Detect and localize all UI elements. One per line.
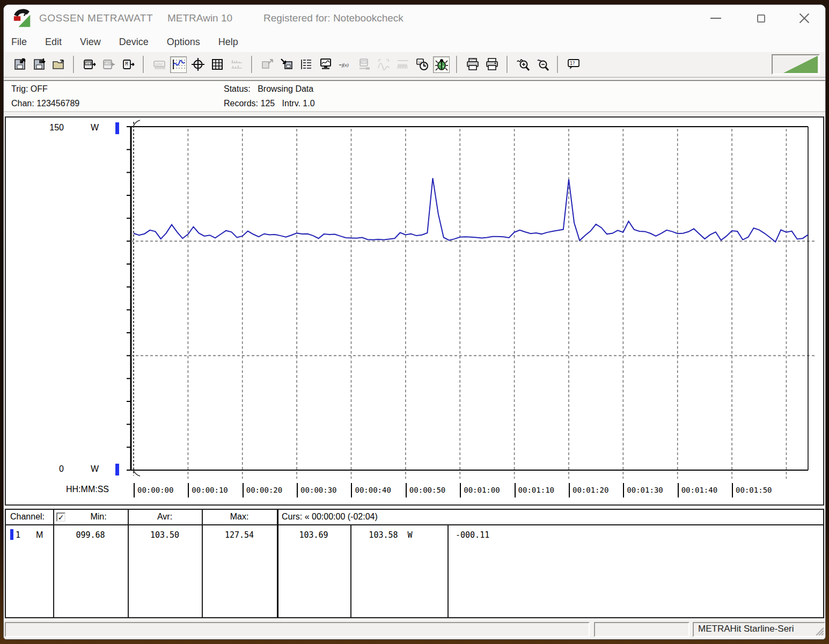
x-tick-label: 00:00:50 [406, 483, 445, 497]
device-config-icon: 321 [356, 56, 372, 73]
cell-avr: 103.50 [128, 530, 202, 540]
import-icon[interactable] [278, 56, 295, 73]
status-value: Browsing Data [258, 84, 313, 93]
minimize-button[interactable] [708, 11, 723, 26]
trig-value: OFF [31, 84, 48, 93]
menu-item-device[interactable]: Device [119, 36, 149, 48]
x-tick-label: 00:01:30 [623, 483, 663, 497]
records-text: Records: 125 Intrv. 1.0 [224, 99, 315, 108]
single-curve-icon [375, 56, 392, 73]
svg-text:321: 321 [86, 62, 91, 65]
formula-icon[interactable]: =f(x) [336, 56, 353, 73]
svg-text:32K: 32K [105, 62, 111, 65]
cell-max: 127.54 [202, 530, 277, 540]
chan-label: Chan: 123456789 [11, 99, 79, 108]
close-button[interactable] [798, 12, 810, 24]
menu-item-help[interactable]: Help [218, 36, 238, 48]
channel-color-bar [10, 529, 13, 540]
hint-icon[interactable]: 1? [565, 56, 582, 73]
monitor-icon[interactable] [317, 56, 334, 73]
x-tick-label: 00:01:00 [460, 483, 500, 497]
status-bar: METRAHit Starline-Seri [4, 620, 825, 639]
app-window: GOSSEN METRAWATT METRAwin 10 Registered … [3, 4, 826, 640]
debug-icon[interactable] [433, 56, 450, 73]
gossen-metrawatt-logo-icon [12, 9, 33, 29]
green-triangle-indicator-icon [783, 56, 818, 73]
header-channel: Channel: [10, 512, 45, 522]
table-view-icon[interactable] [209, 56, 225, 73]
save-as-icon[interactable] [11, 56, 28, 73]
menu-bar: FileEditViewDeviceOptionsHelp [4, 32, 825, 52]
zoom-in-icon[interactable] [515, 56, 531, 73]
table-header: Channel: ✓ Min: Avr: Max: Curs: « 00:00:… [6, 510, 823, 525]
multi-curve-icon [394, 56, 411, 73]
cell-channel-number: 1 [16, 530, 20, 540]
toolbar-separator [557, 56, 559, 73]
value-list-icon[interactable] [298, 56, 314, 73]
header-min: Min: [69, 512, 128, 522]
level-indicator-panel [772, 54, 820, 75]
header-cursor: Curs: « 00:00:00 (-02:04) [282, 512, 378, 522]
svg-text:321: 321 [361, 61, 366, 63]
numeric-display-icon: 1257 [151, 56, 167, 73]
header-max: Max: [202, 512, 277, 522]
x-tick-label: 00:01:20 [569, 483, 608, 497]
menu-item-view[interactable]: View [80, 36, 101, 48]
chan-value: 123456789 [36, 99, 79, 108]
save-icon[interactable] [31, 56, 47, 73]
channel-visibility-checkbox[interactable]: ✓ [56, 513, 65, 522]
brand-title: GOSSEN METRAWATT [39, 12, 153, 24]
open-icon[interactable] [50, 56, 67, 73]
maximize-button[interactable] [753, 11, 768, 26]
histogram-view-icon [228, 56, 245, 73]
zoom-out-icon[interactable] [534, 56, 551, 73]
menu-item-options[interactable]: Options [167, 36, 200, 48]
xy-view-icon[interactable] [189, 56, 206, 73]
svg-text:1257: 1257 [155, 62, 163, 66]
toolbar-separator [251, 56, 253, 73]
svg-text:1?: 1? [570, 61, 575, 66]
x-tick-label: 00:00:00 [134, 483, 173, 497]
menu-item-file[interactable]: File [11, 36, 27, 48]
header-avr: Avr: [128, 512, 202, 522]
interval-value: 1.0 [303, 99, 314, 108]
read-multimeter-icon[interactable]: M [120, 56, 136, 73]
records-value: 125 [260, 99, 275, 108]
device-name-panel: METRAHit Starline-Seri [693, 622, 825, 637]
toolbar-separator [143, 56, 144, 73]
channel-data-table: Channel: ✓ Min: Avr: Max: Curs: « 00:00:… [5, 509, 824, 618]
print-icon[interactable] [483, 56, 500, 73]
app-title: METRAwin 10 [167, 12, 232, 24]
x-tick-label: 00:01:50 [732, 483, 772, 497]
toolbar-separator [456, 56, 458, 73]
statusbar-message-panel[interactable] [5, 622, 590, 637]
x-tick-label: 00:00:10 [188, 483, 228, 497]
cell-cursor-unit: W [408, 530, 413, 540]
status-text: Status: Browsing Data [224, 84, 313, 94]
menu-item-edit[interactable]: Edit [45, 36, 62, 48]
cell-delta: -000.11 [456, 530, 489, 540]
x-axis-labels: 00:00:0000:00:1000:00:2000:00:3000:00:40… [6, 118, 823, 504]
x-tick-label: 00:00:30 [297, 483, 336, 497]
export-icon [259, 56, 276, 73]
read-device-icon[interactable]: 321 [81, 56, 98, 73]
read-memory-icon: 32K [100, 56, 117, 73]
cell-cursor-a: 103.69 [277, 530, 350, 540]
print-preview-icon[interactable] [464, 56, 481, 73]
statusbar-mid-panel [594, 622, 689, 637]
svg-text:M: M [125, 62, 128, 67]
x-tick-label: 00:01:10 [515, 483, 554, 497]
chart-panel: 150 W 0 W HH:MM:SS 00:00:0000:00:1000:00… [5, 116, 824, 506]
curve-view-icon[interactable] [170, 56, 187, 73]
toolbar-separator [73, 56, 75, 73]
toolbar-separator [507, 56, 508, 73]
trig-label: Trig: OFF [11, 84, 48, 94]
x-tick-label: 00:00:40 [351, 483, 391, 497]
cell-min: 099.68 [53, 530, 128, 540]
resize-grip-icon[interactable] [814, 626, 824, 635]
registered-for-text: Registered for: Notebookcheck [263, 12, 404, 24]
time-config-icon[interactable]: 12 [414, 56, 430, 73]
toolbar: 32132KM1257=f(x)321121? [4, 52, 825, 78]
svg-text:=f(x): =f(x) [339, 62, 349, 68]
title-bar: GOSSEN METRAWATT METRAwin 10 Registered … [4, 5, 825, 32]
